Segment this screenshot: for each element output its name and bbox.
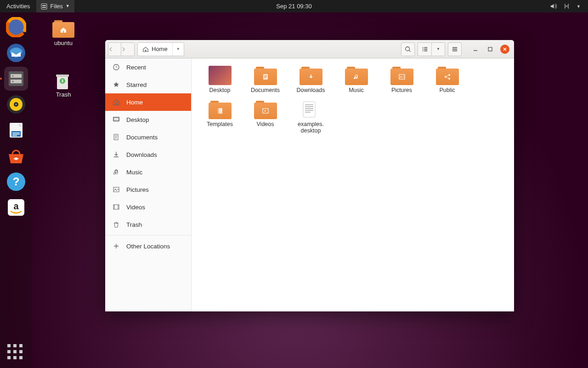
dock-rhythmbox[interactable] (4, 92, 28, 116)
trash-icon (113, 221, 120, 228)
sidebar-item-trash[interactable]: Trash (105, 216, 191, 233)
svg-rect-20 (12, 135, 17, 136)
documents-icon (113, 133, 120, 141)
music-icon (113, 168, 120, 176)
app-menu-label: Files (50, 0, 62, 12)
dock-amazon[interactable]: a (4, 196, 28, 219)
svg-rect-49 (264, 77, 266, 78)
dock-firefox[interactable] (4, 15, 28, 39)
sidebar-item-label: Other Locations (126, 243, 170, 250)
file-item-label: Documents (243, 87, 287, 93)
svg-rect-58 (303, 102, 315, 117)
dock-thunderbird[interactable] (4, 41, 28, 65)
file-item[interactable]: Templates (197, 98, 243, 136)
path-bar[interactable]: Home ▼ (137, 42, 184, 56)
svg-rect-48 (264, 76, 267, 77)
maximize-button[interactable] (486, 45, 495, 54)
sidebar-item-downloads[interactable]: Downloads (105, 146, 191, 163)
forward-button[interactable] (121, 43, 134, 56)
sidebar-item-recent[interactable]: Recent (105, 58, 191, 76)
sidebar-item-label: Documents (126, 134, 158, 141)
dock-software[interactable] (4, 144, 28, 168)
file-item[interactable]: Videos (243, 98, 288, 136)
desktop-icon (113, 116, 120, 123)
star-icon (113, 81, 120, 88)
svg-rect-60 (305, 106, 313, 107)
sidebar-item-label: Pictures (126, 186, 149, 193)
sidebar-item-desktop[interactable]: Desktop (105, 111, 191, 128)
view-list-button[interactable] (418, 42, 431, 56)
file-item-label: Music (334, 87, 378, 93)
hamburger-menu[interactable] (448, 42, 462, 56)
svg-point-10 (12, 75, 14, 77)
svg-rect-2 (42, 7, 46, 8)
desktop-icon-label: Trash (45, 91, 82, 98)
path-dropdown[interactable]: ▼ (172, 43, 184, 56)
sidebar-item-label: Recent (126, 64, 146, 71)
sidebar-item-label: Starred (126, 81, 147, 88)
svg-rect-35 (452, 49, 458, 50)
desktop-trash[interactable]: Trash (45, 71, 82, 98)
file-item[interactable]: Public (424, 64, 470, 95)
svg-rect-41 (113, 117, 119, 121)
dock: ? a (0, 12, 32, 368)
dock-files[interactable] (4, 67, 28, 91)
svg-rect-19 (12, 134, 20, 135)
file-item-label: examples. desktop (289, 121, 333, 134)
sidebar-item-label: Downloads (126, 151, 157, 158)
sidebar-item-label: Music (126, 169, 142, 176)
file-item[interactable]: Desktop (197, 64, 243, 95)
dock-writer[interactable] (4, 118, 28, 142)
app-menu[interactable]: Files ▼ (36, 0, 74, 12)
show-applications[interactable] (7, 344, 23, 360)
sidebar-item-videos[interactable]: Videos (105, 198, 191, 216)
close-button[interactable] (500, 45, 509, 54)
file-item-label: Videos (243, 121, 287, 127)
top-panel: Activities Files ▼ Sep 21 09:30 ▼ (0, 0, 588, 12)
volume-icon[interactable] (550, 3, 557, 10)
file-item-label: Downloads (289, 87, 333, 93)
sidebar-item-home[interactable]: Home (105, 93, 191, 111)
sidebar-item-music[interactable]: Music (105, 163, 191, 181)
activities-button[interactable]: Activities (0, 0, 36, 12)
pictures-icon (113, 186, 120, 193)
titlebar[interactable]: Home ▼ ▼ (105, 40, 514, 58)
network-icon[interactable] (563, 3, 570, 10)
sidebar-item-pictures[interactable]: Pictures (105, 181, 191, 198)
files-icon (41, 3, 47, 10)
file-item[interactable]: Music (334, 64, 379, 95)
svg-rect-37 (474, 50, 477, 51)
view-options-button[interactable]: ▼ (431, 42, 445, 56)
dock-help[interactable]: ? (4, 170, 28, 194)
file-item-label: Templates (198, 121, 242, 127)
back-button[interactable] (108, 43, 121, 56)
file-item-label: Desktop (198, 87, 242, 93)
svg-point-53 (448, 74, 450, 76)
downloads-icon (113, 151, 120, 158)
file-item[interactable]: Documents (243, 64, 288, 95)
file-item-label: Public (425, 87, 469, 93)
sidebar-item-label: Trash (126, 221, 142, 228)
svg-rect-7 (9, 71, 23, 86)
sidebar-item-starred[interactable]: Starred (105, 76, 191, 93)
file-item[interactable]: examples. desktop (288, 98, 334, 136)
svg-point-54 (448, 78, 450, 80)
svg-rect-31 (424, 49, 427, 50)
search-button[interactable] (401, 42, 415, 56)
desktop-home-folder[interactable]: ubuntu (45, 19, 82, 46)
plus-icon (113, 242, 120, 250)
sidebar-other-locations[interactable]: Other Locations (105, 237, 191, 255)
sidebar-item-documents[interactable]: Documents (105, 128, 191, 146)
sidebar-item-label: Home (126, 99, 143, 106)
file-view[interactable]: DesktopDocumentsDownloadsMusicPicturesPu… (192, 58, 514, 311)
svg-rect-34 (452, 47, 458, 48)
clock[interactable]: Sep 21 09:30 (276, 3, 311, 10)
minimize-button[interactable] (471, 45, 480, 54)
file-item[interactable]: Pictures (379, 64, 424, 95)
file-item[interactable]: Downloads (288, 64, 334, 95)
chevron-down-icon[interactable]: ▼ (577, 4, 581, 9)
svg-text:?: ? (13, 175, 20, 188)
svg-text:a: a (13, 201, 19, 211)
svg-rect-62 (305, 110, 313, 111)
files-window: Home ▼ ▼ RecentStarredHomeDesktopDocumen… (105, 40, 514, 311)
